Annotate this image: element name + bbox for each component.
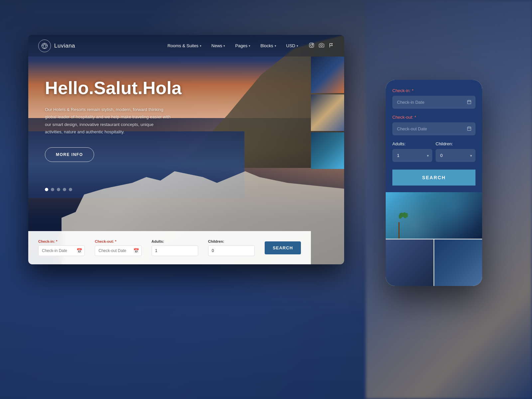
chevron-down-icon: ▾ [297,44,298,48]
checkin-input-wrap: 📅 [38,245,85,256]
navbar: Luviana Rooms & Suites ▾ News ▾ Pages ▾ … [28,35,344,57]
mobile-guests-row: Adults: 1 2 3 ▾ Children: 0 [392,141,475,168]
mobile-checkin-wrap [392,96,475,109]
nav-news-label: News [211,43,222,48]
instagram-icon[interactable] [309,43,314,49]
desktop-search-button[interactable]: SEARCH [265,241,301,254]
carousel-dot-3[interactable] [57,188,60,191]
mobile-adults-field: Adults: 1 2 3 ▾ [392,141,432,162]
adults-label: Adults: [152,239,198,243]
checkin-label: Check-in: * [38,239,85,243]
nav-news[interactable]: News ▾ [207,41,229,50]
nav-rooms-suites-label: Rooms & Suites [168,43,199,48]
mobile-mockup: Check-in: * Check-ou [386,80,482,286]
nav-pages[interactable]: Pages ▾ [231,41,254,50]
svg-point-2 [311,44,313,46]
nav-blocks[interactable]: Blocks ▾ [256,41,280,50]
scene: Luviana Rooms & Suites ▾ News ▾ Pages ▾ … [0,0,532,399]
adults-select-wrap: 1 2 3 4 [152,245,198,256]
checkout-required: * [114,239,116,243]
mobile-form: Check-in: * Check-ou [386,80,482,192]
children-select-wrap: 0 1 2 3 [208,245,255,256]
chevron-down-icon: ▾ [249,44,250,48]
thumbnail-strip [311,57,344,198]
nav-pages-label: Pages [235,43,247,48]
chevron-down-icon: ▾ [200,44,201,48]
desktop-booking-bar: Check-in: * 📅 Check-out: * 📅 Adults: [28,231,311,264]
mobile-image-pool [386,192,482,239]
mobile-checkout-required: * [413,115,416,120]
chevron-down-icon: ▾ [427,153,429,158]
mobile-children-field: Children: 0 1 2 ▾ [436,141,475,162]
hero-title: Hello.Salut.Hola [45,78,228,98]
logo-icon [38,40,51,52]
nav-social-icons [309,43,334,49]
children-select[interactable]: 0 1 2 3 [208,245,255,256]
svg-point-0 [42,43,48,49]
nav-usd[interactable]: USD ▾ [282,41,302,50]
calendar-icon: 📅 [133,248,139,253]
mobile-search-button[interactable]: SEARCH [392,170,475,186]
mobile-children-wrap: 0 1 2 ▾ [436,149,475,162]
checkout-field: Check-out: * 📅 [95,239,141,256]
svg-point-4 [321,45,322,46]
carousel-dot-2[interactable] [51,188,54,191]
mobile-children-select[interactable]: 0 1 2 [436,149,475,162]
checkout-input-wrap: 📅 [95,245,141,256]
mobile-image-area [386,192,482,286]
mobile-checkout-field: Check-out: * [392,115,475,135]
logo-text: Luviana [54,43,75,49]
hero-content: Hello.Salut.Hola Our Hotels & Resorts re… [45,78,228,162]
children-field: Children: 0 1 2 3 [208,239,255,256]
thumbnail-2[interactable] [311,94,344,131]
checkout-label: Check-out: * [95,239,141,243]
adults-select[interactable]: 1 2 3 4 [152,245,198,256]
logo-area: Luviana [38,40,75,52]
svg-rect-6 [467,100,471,104]
palm-tree-decoration [392,212,406,239]
mobile-calendar-icon [467,99,471,105]
chevron-down-icon: ▾ [223,44,225,48]
mobile-adults-wrap: 1 2 3 ▾ [392,149,432,162]
nav-rooms-suites[interactable]: Rooms & Suites ▾ [164,41,205,50]
hero-description: Our Hotels & Resorts remain stylish, mod… [45,106,171,135]
svg-point-3 [313,44,313,44]
mobile-adults-label: Adults: [392,141,432,146]
more-info-button[interactable]: MORE INFO [45,147,94,162]
camera-icon[interactable] [319,43,324,49]
mobile-checkout-label: Check-out: * [392,115,475,120]
mobile-checkout-input[interactable] [392,122,475,135]
nav-blocks-label: Blocks [260,43,273,48]
nav-usd-label: USD [286,43,295,48]
mobile-checkin-field: Check-in: * [392,88,475,109]
carousel-dot-4[interactable] [63,188,66,191]
mobile-checkin-required: * [411,88,414,93]
mobile-children-label: Children: [436,141,475,146]
thumbnail-1[interactable] [311,57,344,93]
mobile-checkout-wrap [392,122,475,135]
mobile-image-room [386,239,434,286]
calendar-icon: 📅 [76,248,82,253]
carousel-dots [45,188,72,191]
desktop-mockup: Luviana Rooms & Suites ▾ News ▾ Pages ▾ … [28,35,344,264]
adults-field: Adults: 1 2 3 4 [152,239,198,256]
mobile-adults-select[interactable]: 1 2 3 [392,149,432,162]
svg-rect-10 [467,127,471,130]
checkin-required: * [55,239,57,243]
mobile-image-view [434,239,482,286]
carousel-dot-1[interactable] [45,188,48,191]
nav-links: Rooms & Suites ▾ News ▾ Pages ▾ Blocks ▾… [164,41,302,50]
mobile-checkin-input[interactable] [392,96,475,109]
mobile-checkin-label: Check-in: * [392,88,475,93]
children-label: Children: [208,239,255,243]
chevron-down-icon: ▾ [275,44,276,48]
flag-icon[interactable] [329,43,334,49]
carousel-dot-5[interactable] [69,188,72,191]
mobile-calendar-icon-2 [467,126,471,132]
checkin-field: Check-in: * 📅 [38,239,85,256]
svg-rect-1 [309,43,314,47]
thumbnail-3[interactable] [311,132,344,169]
chevron-down-icon: ▾ [470,153,472,158]
